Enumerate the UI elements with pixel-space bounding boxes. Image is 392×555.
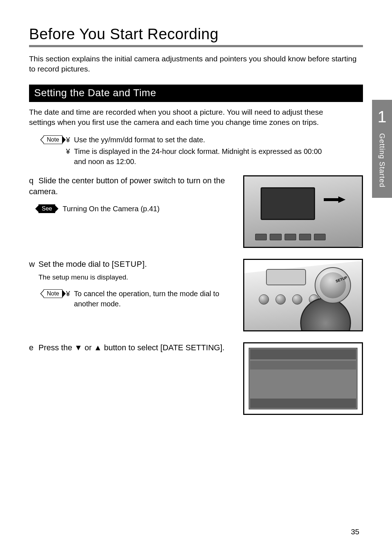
note-text-top: ¥ Use the yy/mm/dd format to set the dat… [66,135,327,168]
step-3-text: ePress the ▼ or ▲ button to select [DATE… [29,342,234,353]
step-2-sub: The setup menu is displayed. [29,273,234,282]
chapter-title: Before You Start Recording [29,25,363,43]
figure-power-switch [243,175,363,248]
step-2-label: w [29,259,38,270]
step-1-body: Slide the center button of power switch … [29,176,225,196]
step-3-mid: or [82,343,94,352]
up-triangle-icon: ▲ [94,343,102,352]
setup-mode-word: SETUP [114,260,142,269]
section-header: Setting the Date and Time [29,85,363,102]
step-1-label: q [29,175,38,186]
step-1-text: qSlide the center button of power switch… [29,175,234,197]
step-2: wSet the mode dial to [SETUP]. The setup… [29,259,363,331]
step-2-text: wSet the mode dial to [SETUP]. [29,259,234,270]
chapter-tab: 1 Getting Started [372,100,392,198]
step-2-note-text: ¥ To cancel the operation, turn the mode… [66,289,234,310]
note-badge: Note [44,135,62,144]
step-3-prefix: Press the [38,343,74,352]
see-badge: See [38,204,55,213]
see-ref-text: Turning On the Camera (p.41) [59,204,159,214]
bullet-mark: ¥ [66,135,74,145]
title-rule [29,45,363,47]
step-3-suffix: button to select [DATE SETTING]. [102,343,224,352]
arrow-right-icon [324,196,346,203]
step-3-label: e [29,342,38,353]
see-badge-label: See [42,205,52,212]
note-badge: Note [44,289,62,298]
step-3: ePress the ▼ or ▲ button to select [DATE… [29,342,363,415]
camera-monitor-icon [261,187,315,220]
step-2-suffix: ]. [142,260,147,269]
mode-dial-icon [315,267,351,303]
bullet-mark: ¥ [66,146,74,167]
note-line-2: Time is displayed in the 24-hour clock f… [74,146,327,167]
down-triangle-icon: ▼ [74,343,82,352]
chapter-intro: This section explains the initial camera… [29,54,363,74]
note-badge-label: Note [47,290,59,297]
top-lcd-icon [266,269,306,285]
step-1: qSlide the center button of power switch… [29,175,363,248]
step-2-note-body: To cancel the operation, turn the mode d… [74,289,234,309]
figure-mode-dial: SETUP [243,259,363,331]
button-strip-icon [255,234,326,240]
step-2-prefix: Set the mode dial to [ [38,260,114,269]
note-block-top: Note ¥ Use the yy/mm/dd format to set th… [29,135,363,168]
section-intro: The date and time are recorded when you … [29,107,363,128]
menu-screen-icon [249,348,358,409]
page-number: 35 [351,527,359,536]
note-line-1: Use the yy/mm/dd format to set the date. [74,135,205,145]
figure-menu-screen [243,342,363,415]
chapter-number: 1 [377,108,386,126]
chapter-tab-label: Getting Started [378,133,386,188]
note-badge-label: Note [47,136,59,143]
bullet-mark: ¥ [66,289,74,309]
